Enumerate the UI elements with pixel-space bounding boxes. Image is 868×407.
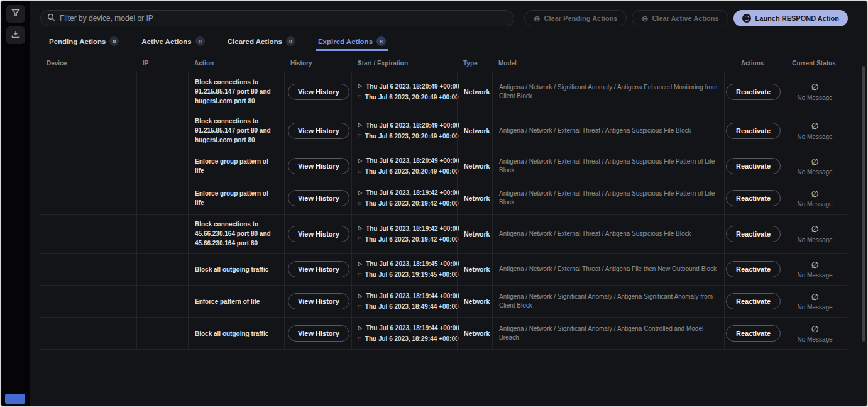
start-time: Thu Jul 6 2023, 18:19:44 +00:00 <box>366 323 459 333</box>
model-cell: Antigena / Network / Significant Anomaly… <box>492 286 724 317</box>
filter-input[interactable] <box>60 14 507 23</box>
clear-active-actions-button[interactable]: ⊖ Clear Active Actions <box>632 10 728 26</box>
start-time: Thu Jul 6 2023, 18:19:44 +00:00 <box>366 291 459 301</box>
model-cell: Antigena / Network / External Threat / A… <box>492 150 724 182</box>
action-cell: Block all outgoing traffic <box>188 318 284 349</box>
device-cell <box>40 111 136 150</box>
no-message-label: No Message <box>797 237 832 243</box>
no-message-label: No Message <box>797 272 832 279</box>
tab-expired-actions[interactable]: Expired Actions 8 <box>318 36 386 51</box>
ip-cell <box>136 215 188 253</box>
reactivate-button[interactable]: Reactivate <box>726 325 781 342</box>
tab-bar: Pending Actions 0 Active Actions 0 Clear… <box>49 36 848 51</box>
view-history-button[interactable]: View History <box>288 226 349 242</box>
actions-cell: Reactivate <box>724 318 781 349</box>
view-history-button[interactable]: View History <box>288 293 349 309</box>
column-header-current-status: Current Status <box>781 60 847 67</box>
model-cell: Antigena / Network / External Threat / A… <box>492 111 724 150</box>
view-history-button[interactable]: View History <box>288 325 349 342</box>
table-row: Block connections to 91.215.85.147 port … <box>40 72 847 111</box>
history-cell: View History <box>284 254 351 285</box>
start-icon: ▷ <box>358 157 362 165</box>
no-message-label: No Message <box>797 133 832 140</box>
start-time: Thu Jul 6 2023, 18:19:42 +00:00 <box>366 187 459 198</box>
table-row: Enforce group pattern of life View Histo… <box>40 182 847 214</box>
no-message-label: No Message <box>797 201 832 208</box>
actions-cell: Reactivate <box>724 111 781 150</box>
column-header-ip: IP <box>136 60 188 67</box>
view-history-button[interactable]: View History <box>288 261 349 277</box>
reactivate-button[interactable]: Reactivate <box>726 123 781 139</box>
action-cell: Enforce group pattern of life <box>188 182 284 214</box>
device-cell <box>40 286 136 317</box>
tab-label: Expired Actions <box>318 38 373 45</box>
ip-cell <box>136 182 188 214</box>
column-header-start-expiration: Start / Expiration <box>351 60 457 67</box>
expiration-icon: □ <box>358 92 361 101</box>
tab-pending-actions[interactable]: Pending Actions 0 <box>49 36 119 51</box>
actions-cell: Reactivate <box>724 182 781 214</box>
view-history-button[interactable]: View History <box>288 158 349 174</box>
current-status-cell: ∅ No Message <box>781 286 847 317</box>
model-cell: Antigena / Network / Significant Anomaly… <box>492 318 724 349</box>
tab-count-badge: 0 <box>286 36 295 46</box>
filter-sidebar-button[interactable] <box>6 5 25 23</box>
history-cell: View History <box>284 215 351 253</box>
bottom-left-accent <box>5 394 25 404</box>
no-message-icon: ∅ <box>811 260 818 270</box>
view-history-button[interactable]: View History <box>288 84 349 100</box>
no-message-label: No Message <box>797 304 832 311</box>
expiration-icon: □ <box>358 167 361 176</box>
action-cell: Enforce group pattern of life <box>188 150 284 182</box>
type-cell: Network <box>457 111 492 150</box>
start-time: Thu Jul 6 2023, 18:20:49 +00:00 <box>366 155 459 166</box>
no-message-icon: ∅ <box>811 121 818 131</box>
reactivate-button[interactable]: Reactivate <box>726 84 781 100</box>
ip-cell <box>136 150 188 182</box>
start-time: Thu Jul 6 2023, 18:20:49 +00:00 <box>366 120 459 131</box>
type-cell: Network <box>457 318 492 349</box>
action-cell: Block connections to 45.66.230.164 port … <box>188 215 284 253</box>
tab-count-badge: 0 <box>195 36 205 46</box>
current-status-cell: ∅ No Message <box>781 254 847 285</box>
view-history-button[interactable]: View History <box>288 123 349 139</box>
respond-logo-icon <box>742 14 751 23</box>
reactivate-button[interactable]: Reactivate <box>726 158 781 174</box>
column-header-actions: Actions <box>724 60 781 67</box>
vertical-scrollbar[interactable] <box>862 66 865 342</box>
start-time: Thu Jul 6 2023, 18:19:45 +00:00 <box>366 259 459 269</box>
app-window: ⊖ Clear Pending Actions ⊖ Clear Active A… <box>0 0 868 407</box>
minus-circle-icon: ⊖ <box>641 14 648 23</box>
ip-cell <box>136 72 188 111</box>
reactivate-button[interactable]: Reactivate <box>726 226 781 242</box>
expiration-icon: □ <box>358 235 361 243</box>
start-expiration-cell: ▷ Thu Jul 6 2023, 18:19:42 +00:00 □ Thu … <box>351 182 457 214</box>
view-history-button[interactable]: View History <box>288 190 349 206</box>
current-status-cell: ∅ No Message <box>781 215 847 253</box>
model-cell: Antigena / Network / External Threat / A… <box>492 215 724 253</box>
type-cell: Network <box>457 215 492 253</box>
tab-cleared-actions[interactable]: Cleared Actions 0 <box>228 36 295 51</box>
device-cell <box>40 318 136 349</box>
table-body: Block connections to 91.215.85.147 port … <box>40 72 847 350</box>
tab-count-badge: 0 <box>109 36 119 46</box>
start-icon: ▷ <box>358 260 362 269</box>
column-header-model: Model <box>492 60 724 67</box>
expiration-time: Thu Jul 6 2023, 20:19:42 +00:00 <box>365 234 459 245</box>
launch-respond-action-button[interactable]: Launch RESPOND Action <box>733 10 848 26</box>
download-sidebar-button[interactable] <box>6 26 25 44</box>
clear-pending-actions-button[interactable]: ⊖ Clear Pending Actions <box>524 10 627 26</box>
tab-active-actions[interactable]: Active Actions 0 <box>141 36 204 51</box>
actions-cell: Reactivate <box>724 286 781 317</box>
reactivate-button[interactable]: Reactivate <box>726 293 781 309</box>
action-cell: Block all outgoing traffic <box>188 254 284 285</box>
start-expiration-cell: ▷ Thu Jul 6 2023, 18:20:49 +00:00 □ Thu … <box>351 72 457 111</box>
ip-cell <box>136 286 188 317</box>
expiration-icon: □ <box>358 270 361 279</box>
search-icon <box>47 13 55 24</box>
start-icon: ▷ <box>358 189 362 198</box>
filter-field[interactable] <box>40 10 514 26</box>
reactivate-button[interactable]: Reactivate <box>726 190 781 206</box>
reactivate-button[interactable]: Reactivate <box>726 261 781 277</box>
table-row: Block connections to 45.66.230.164 port … <box>40 214 847 253</box>
